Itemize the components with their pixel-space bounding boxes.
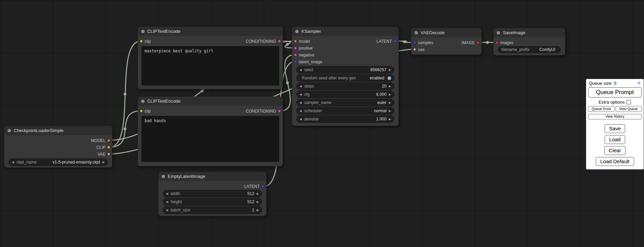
node-ksampler[interactable]: KSampler model LATENT positive negative … xyxy=(292,27,399,126)
slot-dot-image[interactable] xyxy=(495,41,498,44)
slot-dot-image[interactable] xyxy=(476,41,480,44)
menu-header: Queue size: 0 ✳ xyxy=(588,80,642,87)
output-slot-latent: LATENT xyxy=(292,38,398,45)
widget-height[interactable]: ◀ height 512 ▶ xyxy=(163,198,262,206)
slot-dot-vae[interactable] xyxy=(413,48,416,51)
load-default-button[interactable]: Load Default xyxy=(596,157,634,166)
widget-scheduler[interactable]: ◀ scheduler normal ▶ xyxy=(296,107,394,115)
widget-batch-size[interactable]: ◀ batch_size 1 ▶ xyxy=(163,206,262,214)
widget-width[interactable]: ◀ width 512 ▶ xyxy=(163,190,262,197)
arrow-left-icon[interactable]: ◀ xyxy=(299,91,302,98)
node-collapse-dot-icon[interactable] xyxy=(8,129,11,132)
save-button[interactable]: Save xyxy=(605,124,625,133)
slot-dot-clip[interactable] xyxy=(107,146,110,149)
node-checkpoint-loader-simple[interactable]: CheckpointLoaderSimple MODEL CLIP VAE ◀ … xyxy=(4,126,112,168)
node-title-bar[interactable]: SaveImage xyxy=(494,28,565,37)
arrow-right-icon[interactable]: ▶ xyxy=(389,99,391,106)
node-collapse-dot-icon[interactable] xyxy=(141,30,145,33)
comfy-menu-panel[interactable]: Queue size: 0 ✳ Queue Prompt Extra optio… xyxy=(586,79,644,170)
arrow-right-icon[interactable]: ▶ xyxy=(257,198,259,206)
input-slot-images: images xyxy=(494,39,565,46)
extra-options-checkbox[interactable] xyxy=(627,100,631,104)
arrow-left-icon[interactable]: ◀ xyxy=(299,66,302,74)
widget-seed[interactable]: ◀ seed 8566257 ▶ xyxy=(296,66,394,74)
prompt-text-area[interactable]: bad hands xyxy=(141,116,279,162)
output-slot-image: IMAGE xyxy=(411,39,481,46)
arrow-left-icon[interactable]: ◀ xyxy=(166,206,168,214)
node-title: KSampler xyxy=(301,29,321,34)
arrow-left-icon[interactable]: ◀ xyxy=(12,158,14,166)
arrow-left-icon[interactable]: ◀ xyxy=(299,99,302,106)
arrow-left-icon[interactable]: ◀ xyxy=(299,82,302,90)
slot-dot-conditioning[interactable] xyxy=(278,109,281,113)
arrow-left-icon[interactable]: ◀ xyxy=(166,198,168,206)
slot-dot-conditioning[interactable] xyxy=(294,53,297,56)
load-button[interactable]: Load xyxy=(605,135,625,144)
output-slot-conditioning: CONDITIONING xyxy=(138,108,283,115)
node-title-bar[interactable]: CLIPTextEncode xyxy=(138,27,283,36)
link-midpoint-dot xyxy=(486,41,489,44)
extra-options-label: Extra options xyxy=(599,100,625,105)
clear-button[interactable]: Clear xyxy=(604,146,626,155)
node-clip-text-encode-positive[interactable]: CLIPTextEncode clip CONDITIONING masterp… xyxy=(138,27,283,89)
node-title-bar[interactable]: CheckpointLoaderSimple xyxy=(4,126,112,135)
node-collapse-dot-icon[interactable] xyxy=(141,100,145,103)
widget-random-seed-toggle[interactable]: Random seed after every gen enabled xyxy=(296,74,394,82)
node-collapse-dot-icon[interactable] xyxy=(414,31,418,35)
widget-steps[interactable]: ◀ steps 20 ▶ xyxy=(296,82,394,90)
link-midpoint-dot xyxy=(286,43,289,46)
slot-dot-latent[interactable] xyxy=(261,185,264,188)
node-graph-canvas[interactable]: CheckpointLoaderSimple MODEL CLIP VAE ◀ … xyxy=(0,0,644,247)
arrow-right-icon[interactable]: ▶ xyxy=(257,190,259,197)
arrow-right-icon[interactable]: ▶ xyxy=(389,82,391,90)
arrow-right-icon[interactable]: ▶ xyxy=(389,66,391,74)
widget-cfg[interactable]: ◀ cfg 8.000 ▶ xyxy=(296,91,394,98)
widget-denoise[interactable]: ◀ denoise 1.000 ▶ xyxy=(296,115,394,123)
slot-dot-model[interactable] xyxy=(107,139,110,142)
settings-gear-icon[interactable]: ✳ xyxy=(637,80,641,86)
node-clip-text-encode-negative[interactable]: CLIPTextEncode clip CONDITIONING bad han… xyxy=(138,96,283,166)
extra-options-row: Extra options xyxy=(588,100,642,105)
input-slot-latent-image: latent_image xyxy=(292,58,398,65)
node-title: CheckpointLoaderSimple xyxy=(14,128,63,133)
prompt-text-area[interactable]: masterpiece best quality girl xyxy=(141,46,279,86)
queue-size-label: Queue size: 0 xyxy=(589,81,616,86)
link-midpoint-dot xyxy=(404,40,406,43)
link-midpoint-dot xyxy=(124,93,126,95)
node-title-bar[interactable]: EmptyLatentImage xyxy=(159,172,266,181)
slot-dot-conditioning[interactable] xyxy=(278,40,281,43)
slot-dot-conditioning[interactable] xyxy=(294,47,297,50)
node-title-bar[interactable]: VAEDecode xyxy=(411,28,481,37)
input-slot-vae: vae xyxy=(411,46,481,53)
slot-dot-latent[interactable] xyxy=(294,60,297,63)
queue-front-button[interactable]: Queue Front xyxy=(588,106,615,112)
node-collapse-dot-icon[interactable] xyxy=(497,31,500,35)
widget-sampler-name[interactable]: ◀ sampler_name euler ▶ xyxy=(296,99,394,106)
arrow-right-icon[interactable]: ▶ xyxy=(102,158,105,166)
view-history-button[interactable]: View History xyxy=(588,114,642,119)
slot-dot-vae[interactable] xyxy=(107,153,110,156)
slot-dot-latent[interactable] xyxy=(394,40,397,43)
arrow-left-icon[interactable]: ◀ xyxy=(299,107,302,115)
arrow-right-icon[interactable]: ▶ xyxy=(257,206,259,214)
node-title-bar[interactable]: CLIPTextEncode xyxy=(138,97,283,106)
link-midpoint-dot xyxy=(124,128,126,130)
node-collapse-dot-icon[interactable] xyxy=(295,30,299,33)
widget-ckpt-name[interactable]: ◀ ckpt_name v1-5-pruned-emaonly.ckpt ▶ xyxy=(9,158,108,166)
node-empty-latent-image[interactable]: EmptyLatentImage LATENT ◀ width 512 ▶ ◀ … xyxy=(158,172,267,216)
arrow-right-icon[interactable]: ▶ xyxy=(389,107,391,115)
toggle-on-indicator[interactable] xyxy=(387,76,391,80)
node-collapse-dot-icon[interactable] xyxy=(162,175,165,178)
view-queue-button[interactable]: View Queue xyxy=(616,106,642,112)
node-save-image[interactable]: SaveImage images filename_prefix ComfyUI xyxy=(493,28,565,55)
link-midpoint-dot xyxy=(286,81,289,84)
output-slot-latent: LATENT xyxy=(159,183,266,190)
node-vae-decode[interactable]: VAEDecode samples IMAGE vae xyxy=(411,28,482,55)
arrow-left-icon[interactable]: ◀ xyxy=(166,190,168,197)
arrow-left-icon[interactable]: ◀ xyxy=(299,115,302,123)
queue-prompt-button[interactable]: Queue Prompt xyxy=(588,87,642,98)
arrow-right-icon[interactable]: ▶ xyxy=(389,115,391,123)
widget-filename-prefix[interactable]: filename_prefix ComfyUI xyxy=(498,46,561,53)
arrow-right-icon[interactable]: ▶ xyxy=(389,91,391,98)
node-title-bar[interactable]: KSampler xyxy=(292,27,398,36)
